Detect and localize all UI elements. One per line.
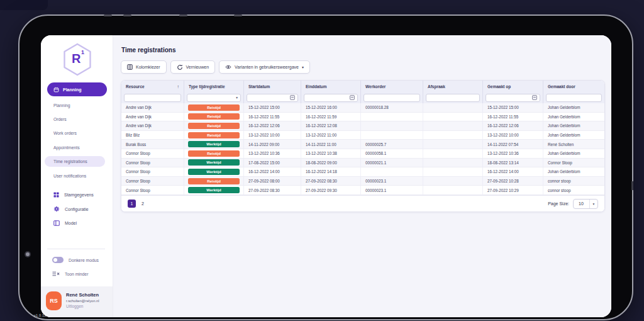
cell-afspraak <box>423 149 483 158</box>
filter-afspraak-input[interactable] <box>426 94 480 102</box>
cell-type: Reistijd <box>184 103 244 112</box>
cell-gemaakt-op: 18-08-2022 13:14 <box>483 159 543 167</box>
cell-einddatum: 18-08-2022 09:00 <box>301 159 361 167</box>
cell-startdatum: 27-09-2022 08:00 <box>244 177 301 186</box>
type-badge: Reistijd <box>188 132 240 138</box>
filter-type-select[interactable]: ▾ <box>187 94 241 102</box>
cell-einddatum: 15-12-2022 16:00 <box>301 103 361 112</box>
calendar-icon[interactable] <box>290 95 295 100</box>
column-chooser-button[interactable]: Kolomkiezer <box>121 60 167 74</box>
grid-icon <box>53 192 59 198</box>
pagination-bar: 12 Page Size: 10 ▾ <box>121 195 604 211</box>
calendar-icon[interactable] <box>350 95 355 100</box>
col-header-startdatum[interactable]: Startdatum <box>244 81 301 92</box>
sidebar-item-work-orders[interactable]: Work orders <box>41 127 113 140</box>
cell-type: Reistijd <box>184 131 244 140</box>
cell-resource: Connor Stoop <box>121 149 184 158</box>
col-header-werkorder[interactable]: Werkorder <box>361 81 423 92</box>
eye-icon <box>225 64 231 70</box>
cell-einddatum: 27-09-2022 08:30 <box>301 177 361 186</box>
cell-werkorder <box>361 167 423 176</box>
sidebar-item-user-notifications[interactable]: User notifications <box>41 169 113 183</box>
cell-einddatum: 13-12-2022 11:00 <box>301 131 361 140</box>
cell-afspraak <box>423 103 483 112</box>
col-header-gemaakt-door[interactable]: Gemaakt door <box>543 81 604 92</box>
type-badge: Reistijd <box>188 178 240 184</box>
table-row[interactable]: Burak BossWerktijd14-11-2022 09:0014-11-… <box>121 140 604 149</box>
col-header-type[interactable]: Type tijdregistratie <box>184 81 244 92</box>
logout-link[interactable]: Uitloggen <box>66 304 99 308</box>
page-size-select[interactable]: 10 ▾ <box>573 199 598 209</box>
chevron-down-icon: ▾ <box>236 96 238 99</box>
col-header-afspraak[interactable]: Afspraak <box>423 81 483 92</box>
sidebar-item-time-registrations[interactable]: Time registrations <box>41 155 113 169</box>
sidebar-item-planning-group[interactable]: Planning <box>47 82 107 96</box>
page-button-1[interactable]: 1 <box>128 200 136 208</box>
filter-resource-input[interactable] <box>124 94 181 102</box>
variants-dropdown-button[interactable]: Varianten in gebruikersweergave ▾ <box>219 60 310 74</box>
table-row[interactable]: Andre van DijkReistijd16-12-2022 12:0616… <box>121 121 604 131</box>
cell-einddatum: 16-12-2022 11:59 <box>301 113 361 121</box>
table-row[interactable]: Connor StoopReistijd13-12-2022 10:3613-1… <box>121 149 604 159</box>
table-row[interactable]: Andre van DijkReistijd15-12-2022 15:0015… <box>121 103 604 113</box>
cell-gemaakt-door: Johan Gelderblom <box>543 113 604 121</box>
collapse-icon[interactable] <box>52 271 60 277</box>
dark-mode-row: Donkere modus <box>41 254 113 266</box>
sidebar-item-planning[interactable]: Planning <box>41 98 113 112</box>
sort-asc-icon[interactable]: ↑ <box>177 84 180 89</box>
sidebar-item-configuratie[interactable]: Configuratie <box>41 202 113 217</box>
col-header-gemaakt-op[interactable]: Gemaakt op <box>483 81 543 92</box>
page-size-label: Page Size: <box>548 201 569 206</box>
table-row[interactable]: Andre van DijkReistijd16-12-2022 11:5516… <box>121 113 604 122</box>
filter-einddatum-input[interactable] <box>304 94 358 102</box>
filter-gemaakt-op-input[interactable] <box>486 94 540 102</box>
sidebar-item-appointments[interactable]: Appointments <box>41 140 113 154</box>
sidebar-item-stamgegevens[interactable]: Stamgegevens <box>41 188 113 202</box>
logo-letter: R <box>72 52 80 66</box>
table-row[interactable]: Bliz BlizReistijd13-12-2022 10:0013-12-2… <box>121 131 604 140</box>
col-header-resource[interactable]: Resource↑ <box>121 81 184 92</box>
table-row[interactable]: Connor StoopWerktijd27-09-2022 08:3027-0… <box>121 186 604 195</box>
cell-startdatum: 16-12-2022 12:06 <box>244 121 301 130</box>
gear-icon <box>53 206 60 212</box>
type-badge: Werktijd <box>188 187 240 193</box>
cell-type: Reistijd <box>184 113 244 121</box>
cell-startdatum: 13-12-2022 10:36 <box>244 149 301 158</box>
calendar-icon[interactable] <box>532 95 537 100</box>
cell-startdatum: 27-09-2022 08:30 <box>244 186 301 194</box>
show-less-label[interactable]: Toon minder <box>65 272 88 276</box>
cell-gemaakt-door: Connor Stoop <box>543 159 604 167</box>
cell-gemaakt-door: Johan Gelderblom <box>543 167 604 176</box>
cell-werkorder <box>361 131 423 140</box>
sidebar-item-model[interactable]: Model <box>41 216 113 230</box>
tablet-top-button <box>123 14 131 16</box>
cell-resource: Andre van Dijk <box>121 121 184 130</box>
refresh-button[interactable]: Vernieuwen <box>170 60 216 74</box>
table-row[interactable]: Connor StoopWerktijd17-08-2022 15:0018-0… <box>121 159 604 168</box>
cell-startdatum: 14-11-2022 09:00 <box>244 140 301 149</box>
filter-gemaakt-door-input[interactable] <box>546 94 602 102</box>
filter-werkorder-input[interactable] <box>364 94 420 102</box>
app-logo: R 1 <box>63 43 92 76</box>
cell-afspraak <box>423 159 483 167</box>
table-row[interactable]: Connor StoopWerktijd16-12-2022 14:0016-1… <box>121 167 604 177</box>
page-button-2[interactable]: 2 <box>142 201 144 206</box>
cell-werkorder: 00000025.7 <box>361 140 423 149</box>
cell-resource: Andre van Dijk <box>121 113 184 121</box>
sidebar-item-orders[interactable]: Orders <box>41 112 113 126</box>
cell-startdatum: 13-12-2022 10:00 <box>244 131 301 140</box>
cell-werkorder: 00000058.1 <box>361 149 423 158</box>
cell-gemaakt-op: 13-12-2022 10:36 <box>483 149 543 158</box>
type-badge: Werktijd <box>188 141 240 147</box>
table-row[interactable]: Connor StoopReistijd27-09-2022 08:0027-0… <box>121 177 604 186</box>
cell-startdatum: 17-08-2022 15:00 <box>244 159 301 167</box>
logo-sup: 1 <box>81 49 84 55</box>
toolbar: Kolomkiezer Vernieuwen Varianten in gebr… <box>121 60 310 74</box>
dark-mode-toggle[interactable] <box>52 257 64 263</box>
table-header: Resource↑ Type tijdregistratie Startdatu… <box>121 81 604 92</box>
cell-einddatum: 13-12-2022 10:38 <box>301 149 361 158</box>
filter-startdatum-input[interactable] <box>247 94 298 102</box>
type-badge: Reistijd <box>188 150 240 157</box>
col-header-einddatum[interactable]: Einddatum <box>301 81 361 92</box>
sidebar-divider <box>47 249 105 249</box>
